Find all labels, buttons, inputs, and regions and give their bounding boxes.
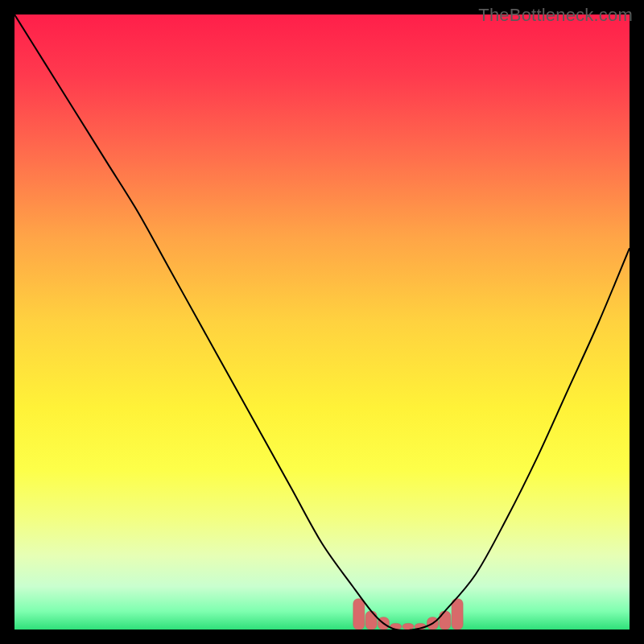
bottleneck-curve [14,14,630,630]
chart-stage: TheBottleneck.com [0,0,644,644]
highlight-bar [353,599,365,630]
highlight-bar [402,623,414,630]
chart-svg [14,14,630,630]
highlight-bar [440,611,451,630]
watermark-text: TheBottleneck.com [478,5,633,26]
plot-area [14,14,630,630]
highlight-bar [452,599,463,630]
highlight-bar [365,611,377,630]
highlight-bars-group [353,599,463,630]
